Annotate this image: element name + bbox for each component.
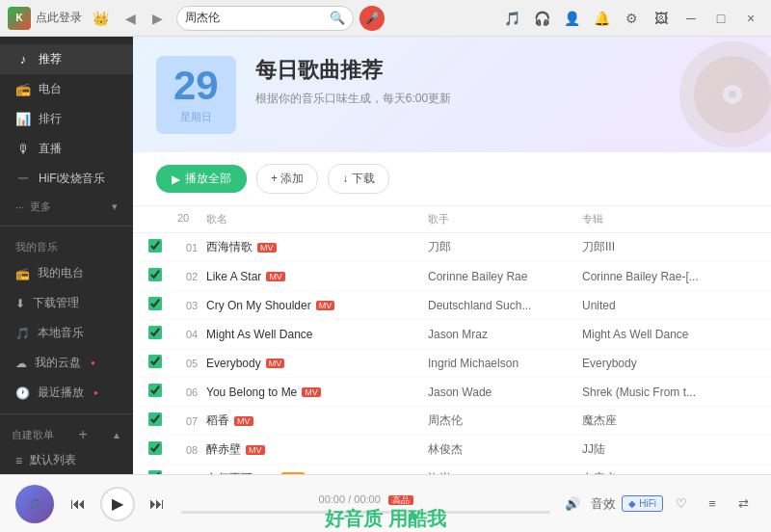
song-title: You Belong to Me <box>206 386 297 399</box>
song-checkbox-cell <box>148 239 177 255</box>
playlist-section-row: 自建歌单 + ▲ <box>0 420 133 445</box>
table-row[interactable]: 06 You Belong to Me MV Jason Wade Shrek … <box>133 378 771 407</box>
favorite-button[interactable]: ♡ <box>669 492 694 517</box>
player-progress-bar[interactable] <box>181 511 550 514</box>
mv-tag[interactable]: MV <box>266 272 285 281</box>
daily-banner: 29 星期日 每日歌曲推荐 根据你的音乐口味生成，每天6:00更新 <box>133 37 771 152</box>
mv-tag[interactable]: MV <box>316 301 335 310</box>
song-checkbox[interactable] <box>148 355 162 368</box>
sidebar-item-label: 电台 <box>39 81 118 97</box>
settings-icon-button[interactable]: ⚙ <box>619 6 644 31</box>
collapse-playlist-button[interactable]: ▲ <box>112 430 121 440</box>
maximize-button[interactable]: □ <box>708 6 733 31</box>
table-row[interactable]: 03 Cry On My Shoulder MV Deutschland Suc… <box>133 291 771 320</box>
back-button[interactable]: ◀ <box>119 7 142 30</box>
song-album: JJ陆 <box>582 441 756 458</box>
add-playlist-button[interactable]: + <box>78 426 87 443</box>
hifi-badge[interactable]: ◆ HiFi <box>622 495 663 512</box>
table-row[interactable]: 05 Everybody MV Ingrid Michaelson Everyb… <box>133 349 771 378</box>
table-row[interactable]: 08 醉赤壁 MV 林俊杰 JJ陆 <box>133 436 771 465</box>
table-row[interactable]: 01 西海情歌 MV 刀郎 刀郎III <box>133 233 771 262</box>
mv-tag[interactable]: MV <box>246 445 265 455</box>
song-number: 01 <box>177 242 206 253</box>
skin-icon-button[interactable]: 🖼 <box>649 6 674 31</box>
mv-tag[interactable]: MV <box>257 243 277 253</box>
cloud-icon: ☁ <box>15 357 27 370</box>
player-bar: 🎵 ⏮ ▶ ⏭ 00:00 / 00:00 高品 🔊 音效 ◆ HiFi ♡ ≡… <box>0 474 771 532</box>
sidebar-item-hifi[interactable]: 〰 HiFi发烧音乐 <box>0 164 133 194</box>
effect-button[interactable]: 音效 <box>591 492 616 517</box>
song-checkbox[interactable] <box>148 384 162 397</box>
sidebar-item-default-list[interactable]: ≡ 默认列表 <box>0 445 133 474</box>
hifi-icon: 〰 <box>15 173 31 184</box>
more-dots-icon: ··· <box>15 201 24 213</box>
app-logo: K 点此登录 👑 <box>8 7 109 30</box>
sidebar-item-local-music[interactable]: 🎵 本地音乐 <box>0 318 133 348</box>
header-num-col: 20 <box>177 212 206 226</box>
song-checkbox-cell <box>148 355 177 371</box>
playlist-button[interactable]: ≡ <box>700 492 725 517</box>
next-button[interactable]: ⏭ <box>143 490 172 519</box>
sidebar-item-recommend[interactable]: ♪ 推荐 <box>0 44 133 74</box>
song-title: 醉赤壁 <box>206 441 241 458</box>
search-icon-button[interactable]: 🔍 <box>330 11 345 25</box>
sidebar-item-label: 排行 <box>39 111 118 127</box>
chevron-down-icon: ▾ <box>112 200 118 213</box>
song-checkbox[interactable] <box>148 268 162 281</box>
mv-tag[interactable]: MV <box>266 359 285 368</box>
playlist-section-title: 自建歌单 <box>12 428 54 442</box>
song-checkbox[interactable] <box>148 239 162 253</box>
headphone-icon-button[interactable]: 🎧 <box>529 6 554 31</box>
table-row[interactable]: 04 Might As Well Dance Jason Mraz Might … <box>133 320 771 349</box>
sidebar-item-chart[interactable]: 📊 排行 <box>0 104 133 134</box>
mv-tag[interactable]: MV <box>234 416 253 426</box>
song-title-cell: Everybody MV <box>206 357 428 370</box>
sidebar-item-radio[interactable]: 📻 电台 <box>0 74 133 104</box>
main-layout: ♪ 推荐 📻 电台 📊 排行 🎙 直播 〰 HiFi发烧音乐 ··· 更多 ▾ … <box>0 37 771 474</box>
song-album: 魔杰座 <box>582 412 756 429</box>
sidebar-item-my-radio[interactable]: 📻 我的电台 <box>0 258 133 288</box>
song-checkbox[interactable] <box>148 297 162 310</box>
minimize-button[interactable]: ─ <box>678 6 704 31</box>
play-pause-button[interactable]: ▶ <box>100 487 135 521</box>
song-checkbox[interactable] <box>148 441 162 455</box>
play-all-button[interactable]: ▶ 播放全部 <box>156 165 247 193</box>
sidebar-item-live[interactable]: 🎙 直播 <box>0 134 133 164</box>
play-all-label: 播放全部 <box>185 171 231 187</box>
song-checkbox[interactable] <box>148 326 162 339</box>
search-input[interactable] <box>185 12 330 25</box>
sidebar-item-cloud[interactable]: ☁ 我的云盘 ● <box>0 348 133 378</box>
header-album-col: 专辑 <box>582 212 756 226</box>
mv-tag[interactable]: MV <box>302 387 321 397</box>
sidebar-more[interactable]: ··· 更多 ▾ <box>0 194 133 220</box>
player-time: 00:00 / 00:00 高品 <box>181 493 550 507</box>
mic-button[interactable]: 🎤 <box>359 6 385 31</box>
song-checkbox-cell <box>148 412 177 429</box>
shuffle-button[interactable]: ⇄ <box>731 492 756 517</box>
song-title: Like A Star <box>206 270 261 283</box>
song-number: 06 <box>177 386 206 398</box>
table-row[interactable]: 02 Like A Star MV Corinne Bailey Rae Cor… <box>133 262 771 291</box>
song-checkbox[interactable] <box>148 412 162 426</box>
song-title-cell: 稻香 MV <box>206 412 428 429</box>
sidebar-item-download[interactable]: ⬇ 下载管理 <box>0 288 133 318</box>
sidebar-item-label: 直播 <box>39 141 118 157</box>
default-list-label: 默认列表 <box>30 452 76 468</box>
player-album-art[interactable]: 🎵 <box>15 485 54 523</box>
music-icon-button[interactable]: 🎵 <box>499 6 524 31</box>
table-row[interactable]: 07 稻香 MV 周杰伦 魔杰座 <box>133 407 771 436</box>
user-icon-button[interactable]: 👤 <box>559 6 584 31</box>
login-text[interactable]: 点此登录 <box>36 10 82 26</box>
download-icon: ⬇ <box>15 297 25 310</box>
bell-icon-button[interactable]: 🔔 <box>589 6 614 31</box>
forward-button[interactable]: ▶ <box>146 7 169 30</box>
sidebar-item-recent[interactable]: 🕐 最近播放 ● <box>0 378 133 408</box>
download-button[interactable]: ↓ 下载 <box>328 164 388 194</box>
close-button[interactable]: × <box>738 6 763 31</box>
prev-button[interactable]: ⏮ <box>64 490 93 519</box>
my-radio-icon: 📻 <box>15 267 30 280</box>
recommend-icon: ♪ <box>15 52 31 66</box>
volume-button[interactable]: 🔊 <box>560 492 585 517</box>
add-button[interactable]: + 添加 <box>256 164 318 194</box>
table-row[interactable]: 09 奈何不可 MV 推荐 许嵩 自定义 <box>133 465 771 474</box>
